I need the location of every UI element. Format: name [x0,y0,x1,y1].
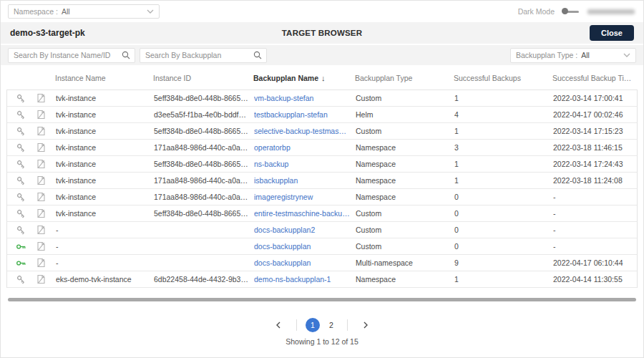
timestamp-cell: 2022-03-14 17:00:41 [553,94,637,102]
table-row: tvk-instance 171aa848-986d-440c-a0a7-6f7… [7,173,637,189]
column-backupplan-name[interactable]: Backupplan Name ↓ [253,74,355,82]
report-unavailable-icon [34,125,47,137]
timestamp-cell: 2022-04-14 11:30:55 [553,275,637,284]
chevron-right-icon[interactable] [356,318,375,332]
column-backupplan-name-label: Backupplan Name [253,74,318,82]
report-unavailable-icon [34,224,47,236]
instance-id-cell: 5eff384b-d8e0-448b-8665-b338cd43... [154,160,254,168]
search-backupplan-input[interactable] [140,51,253,59]
search-instance-input[interactable] [9,51,122,59]
successful-backups-cell: 9 [454,258,553,267]
backupplan-name-link[interactable]: selective-backup-testmaschine [254,127,356,135]
dark-mode-toggle[interactable] [562,8,580,15]
successful-backups-cell: 4 [454,110,553,119]
key-icon [14,158,27,170]
backupplan-type-cell: Namespace [356,176,454,185]
chevron-down-icon [147,9,154,14]
close-button[interactable]: Close [590,25,634,41]
backupplan-name-link[interactable]: ns-backup [254,160,356,168]
backupplan-type-cell: Custom [356,242,454,251]
chevron-left-icon[interactable] [269,318,288,332]
successful-backups-cell: 0 [454,226,553,234]
table-row: - docs-backupplan Custom 0 - [7,238,637,255]
table-row: eks-demo-tvk-instance 6db22458-44de-4432… [7,271,637,288]
timestamp-cell: 2022-04-17 06:10:44 [553,258,637,267]
key-icon[interactable] [14,241,27,252]
backupplan-type-cell: Helm [356,110,454,119]
backupplan-type-label: Backupplan Type : [516,51,577,59]
table-header: Instance Name Instance ID Backupplan Nam… [6,67,638,90]
timestamp-cell: - [553,242,637,251]
backupplan-name-link[interactable]: demo-ns-backupplan-1 [254,275,356,284]
pagination-summary: Showing 1 to 12 of 15 [1,337,643,346]
backupplan-type-cell: Namespace [356,193,454,201]
pagination: 12 [1,318,643,332]
instance-id-cell: 5eff384b-d8e0-448b-8665-b338cd43... [154,127,254,135]
key-icon [14,274,27,285]
instance-name-cell: tvk-instance [56,209,154,218]
instance-id-cell: 171aa848-986d-440c-a0a7-6f7e165e... [154,143,254,152]
key-icon [14,224,27,236]
namespace-value: All [62,7,70,16]
table-row: tvk-instance 171aa848-986d-440c-a0a7-6f7… [7,189,637,205]
key-icon [14,92,27,104]
key-icon [14,125,27,137]
backupplan-type-select[interactable]: Backupplan Type : All [510,48,636,63]
backupplan-type-value: All [581,51,590,59]
key-icon[interactable] [14,257,27,268]
backupplan-name-link[interactable]: docs-backupplan [254,258,356,267]
column-instance-name: Instance Name [55,74,153,82]
successful-backups-cell: 1 [454,176,553,185]
table-row: tvk-instance 171aa848-986d-440c-a0a7-6f7… [7,140,637,156]
table-row: tvk-instance 5eff384b-d8e0-448b-8665-b33… [7,156,637,173]
namespace-select[interactable]: Namespace : All [8,4,160,19]
page-button-2[interactable]: 2 [324,318,338,332]
successful-backups-cell: 0 [454,209,553,218]
column-successful-backup-timestamp: Successful Backup Timestamp [552,74,638,82]
table-row: tvk-instance 5eff384b-d8e0-448b-8665-b33… [7,123,637,140]
successful-backups-cell: 0 [454,242,553,251]
backupplan-type-cell: Custom [356,226,454,234]
instance-name-cell: tvk-instance [56,160,154,168]
user-account-blurred [587,9,635,14]
column-backupplan-type: Backupplan Type [355,74,454,82]
target-browser-window: Namespace : All Dark Mode demo-s3-target… [0,0,644,358]
backupplan-type-cell: Namespace [356,143,454,152]
search-icon [122,51,130,59]
backupplan-name-link[interactable]: testbackupplan-stefan [254,110,356,119]
instance-id-cell: 6db22458-44de-4432-9b33-68b8c74... [154,275,254,284]
page-button-1[interactable]: 1 [306,318,320,332]
search-instance-box [8,48,135,63]
pagination-divider [347,319,348,331]
report-unavailable-icon [34,109,47,120]
successful-backups-cell: 0 [454,193,553,201]
backupplan-name-link[interactable]: imageregistrynew [254,193,356,201]
backupplan-type-cell: Namespace [356,160,454,168]
successful-backups-cell: 3 [454,143,553,152]
backupplan-name-link[interactable]: entire-testmaschine-backup-objects [254,209,356,218]
successful-backups-cell: 1 [454,275,553,284]
backupplan-name-link[interactable]: docs-backupplan [254,242,356,251]
column-instance-id: Instance ID [153,74,253,82]
backupplan-name-link[interactable]: operatorbp [254,143,356,152]
key-icon [14,142,27,153]
backupplan-name-link[interactable]: docs-backupplan2 [254,226,356,234]
horizontal-scrollbar-track [6,298,638,302]
backupplan-name-link[interactable]: vm-backup-stefan [254,94,356,102]
backupplan-name-link[interactable]: isbackupplan [254,176,356,185]
search-icon [253,51,262,59]
chevron-down-icon [623,53,630,57]
instance-id-cell: 171aa848-986d-440c-a0a7-6f7e165e... [154,176,254,185]
backupplan-type-cell: Multi-namespace [356,258,454,267]
timestamp-cell: - [553,226,637,234]
key-icon [14,175,27,186]
horizontal-scrollbar[interactable] [8,298,636,301]
instance-name-cell: eks-demo-tvk-instance [56,275,154,284]
dark-mode-label: Dark Mode [518,7,555,16]
timestamp-cell: 2022-03-18 11:24:08 [553,176,637,185]
instance-id-cell: 5eff384b-d8e0-448b-8665-b338cd43... [154,94,254,102]
instance-name-cell: - [56,258,154,267]
top-bar: Namespace : All Dark Mode [1,1,643,22]
table-row: tvk-instance 5eff384b-d8e0-448b-8665-b33… [7,90,637,107]
target-name: demo-s3-target-pk [10,28,85,38]
